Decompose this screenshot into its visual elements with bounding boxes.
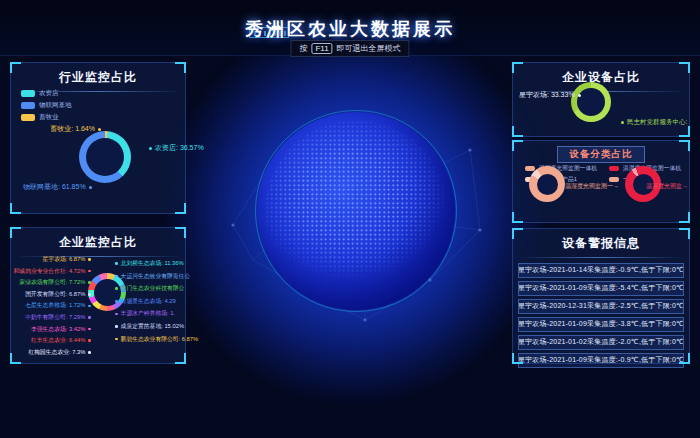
panel-device-share: 企业设备占比 星宇农场: 33.33% 民主村党群服务中心: <box>512 62 690 137</box>
tip-prefix: 按 <box>299 43 307 54</box>
divider <box>521 257 681 258</box>
chart-label: 民主村党群服务中心: <box>621 118 687 127</box>
chart-label: 红梅园生态农业: 7.3% <box>28 348 91 357</box>
panel-device-alarms: 设备警报信息 星宇农场-2021-01-14采集温度:-0.9℃,低于下限:0℃… <box>512 228 690 364</box>
panel-title: 设备警报信息 <box>513 229 689 252</box>
panel-title: 设备分类占比 <box>557 146 645 163</box>
legend-label: 物联网基地 <box>39 101 72 110</box>
legend-item[interactable]: 农资店 <box>21 89 72 98</box>
chart-label: 温湿度光照监测一→ <box>565 182 619 191</box>
legend-swatch <box>21 102 35 109</box>
panel-enterprise-monitor: 企业监控占比 星宇农场: 6.87% 和诚鸽业专业合作社: 4.72% 家绿农场… <box>10 227 186 364</box>
alarm-row: 星宇农场-2021-01-09采集温度:-0.9℃,低于下限:0℃ <box>518 353 684 368</box>
chart-label: 星宇农场: 6.87% <box>43 255 91 264</box>
chart-label: 陡门生态农业科技有限公 <box>115 284 184 293</box>
globe <box>257 112 455 310</box>
panel-title: 企业监控占比 <box>11 228 185 251</box>
chart-label: 北刘桥生态农场: 11.36% <box>115 259 184 268</box>
panel-industry-monitor: 行业监控占比 农资店 物联网基地 畜牧业 畜牧业: 1.64% 农资店: 36.… <box>10 62 186 214</box>
globe-rim <box>255 110 457 312</box>
chart-label: 中奶牛有限公司: 7.29% <box>25 313 91 322</box>
chart-label: 七星生态养殖场: 1.72% <box>25 301 91 310</box>
panel-device-class: 设备分类占比 温湿度光照监测一体机 一体机新产品1 温湿度光照监测一体机 一体机… <box>512 140 690 223</box>
f11-keycap: F11 <box>311 43 332 54</box>
chart-label: 物联网基地: 61.85% <box>23 182 92 192</box>
alarm-row: 星宇农场-2021-01-02采集温度:-2.0℃,低于下限:0℃ <box>518 335 684 350</box>
chart-label: 畜牧业: 1.64% <box>50 124 101 134</box>
legend-item[interactable]: 物联网基地 <box>21 101 72 110</box>
enterprise-right-labels: 北刘桥生态农场: 11.36% 大运河生态牧业有限责任公 陡门生态农业科技有限公… <box>115 259 187 344</box>
chart-label: 家绿农场有限公司: 7.72% <box>19 278 91 287</box>
legend-label: 农资店 <box>39 89 59 98</box>
industry-donut-chart[interactable] <box>79 131 131 183</box>
alarm-list: 星宇农场-2021-01-14采集温度:-0.9℃,低于下限:0℃ 星宇农场-2… <box>513 263 689 368</box>
alarm-row: 星宇农场-2021-01-09采集温度:-5.4℃,低于下限:0℃ <box>518 281 684 296</box>
device-class-donut-left[interactable] <box>529 166 565 202</box>
chart-label: 星宇农场: 33.33% <box>519 90 581 100</box>
tip-suffix: 即可退出全屏模式 <box>337 43 401 54</box>
alarm-row: 星宇农场-2021-01-09采集温度:-3.8℃,低于下限:0℃ <box>518 317 684 332</box>
chart-label: 国开发有限公司: 6.87% <box>25 290 91 299</box>
panel-title: 行业监控占比 <box>11 63 185 86</box>
device-share-donut-chart[interactable] <box>571 82 611 122</box>
alarm-row: 星宇农场-2020-12-31采集温度:-2.5℃,低于下限:0℃ <box>518 299 684 314</box>
chart-label: 丰源水产种养殖场: 1. <box>115 309 175 318</box>
legend-swatch <box>609 166 619 171</box>
chart-label: 荷塘里生态农场: 4.29 <box>115 297 176 306</box>
enterprise-left-labels: 星宇农场: 6.87% 和诚鸽业专业合作社: 4.72% 家绿农场有限公司: 7… <box>13 255 91 357</box>
alarm-row: 星宇农场-2021-01-14采集温度:-0.9℃,低于下限:0℃ <box>518 263 684 278</box>
industry-chart-legend: 农资店 物联网基地 畜牧业 <box>21 89 72 122</box>
chart-label: 农资店: 36.57% <box>149 143 204 153</box>
legend-item[interactable]: 畜牧业 <box>21 113 72 122</box>
chart-label: 红丰生态农业: 6.44% <box>31 336 91 345</box>
chart-label: 李强生态农场: 3.42% <box>31 325 91 334</box>
fullscreen-tip: 按 F11 即可退出全屏模式 <box>290 40 409 57</box>
chart-label: 温湿度光照监→ <box>646 182 688 191</box>
legend-swatch <box>21 114 35 121</box>
legend-swatch <box>21 90 35 97</box>
chart-label: 鹏碧生态农业有限公司: 6.87% <box>115 335 198 344</box>
legend-label: 畜牧业 <box>39 113 59 122</box>
panel-title: 企业设备占比 <box>513 63 689 86</box>
chart-label: 大运河生态牧业有限责任公 <box>115 272 190 281</box>
chart-label: 和诚鸽业专业合作社: 4.72% <box>14 267 91 276</box>
dashboard-root: 秀洲区农业大数据展示 按 F11 即可退出全屏模式 行业监控占比 农资店 物联网… <box>0 0 700 438</box>
chart-label: 成泉定置苗基地: 15.02% <box>115 322 184 331</box>
page-title: 秀洲区农业大数据展示 <box>0 17 700 41</box>
